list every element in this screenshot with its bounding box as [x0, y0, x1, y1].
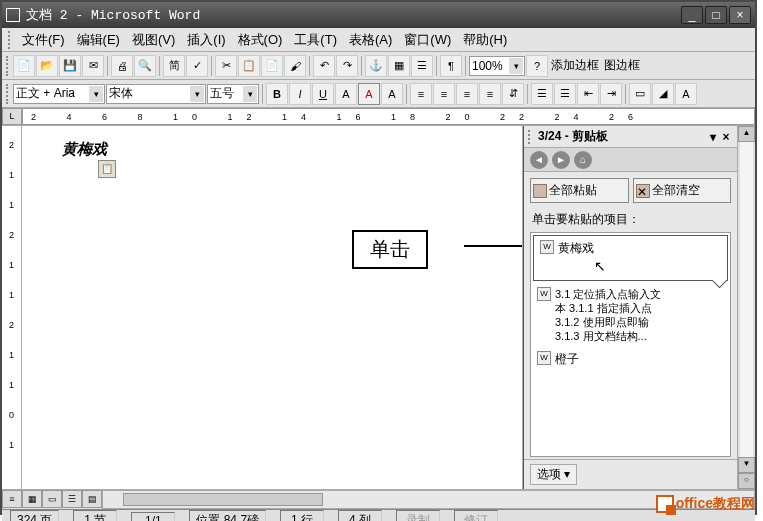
print-icon[interactable]: 🖨: [111, 55, 133, 77]
save-icon[interactable]: 💾: [59, 55, 81, 77]
size-combo[interactable]: 五号▾: [207, 84, 259, 104]
highlight-icon[interactable]: ◢: [652, 83, 674, 105]
menu-view[interactable]: 视图(V): [126, 29, 181, 51]
word-item-icon: W: [537, 287, 551, 301]
scroll-down-icon[interactable]: ▼: [738, 457, 755, 473]
image-border-button[interactable]: 图边框: [602, 57, 642, 74]
menu-table[interactable]: 表格(A): [343, 29, 398, 51]
taskpane-grip[interactable]: [528, 130, 534, 144]
close-button[interactable]: ×: [729, 6, 751, 24]
zoom-combo[interactable]: 100%▾: [469, 56, 525, 76]
char-a2-button[interactable]: A: [358, 83, 380, 105]
format-painter-icon[interactable]: 🖌: [284, 55, 306, 77]
align-center-icon[interactable]: ≡: [433, 83, 455, 105]
border-icon[interactable]: ▭: [629, 83, 651, 105]
mail-icon[interactable]: ✉: [82, 55, 104, 77]
clipboard-item-line: 3.1.2 使用即点即输: [555, 315, 661, 329]
bullet-list-icon[interactable]: ☰: [554, 83, 576, 105]
word-item-icon: W: [537, 351, 551, 365]
document-text[interactable]: 黄梅戏: [62, 140, 107, 159]
style-combo[interactable]: 正文 + Aria▾: [13, 84, 105, 104]
open-icon[interactable]: 📂: [36, 55, 58, 77]
menu-help[interactable]: 帮助(H): [457, 29, 513, 51]
table-icon[interactable]: ▦: [388, 55, 410, 77]
number-list-icon[interactable]: ☰: [531, 83, 553, 105]
char-a1-button[interactable]: A: [335, 83, 357, 105]
clear-all-icon: ✕: [636, 184, 650, 198]
italic-button[interactable]: I: [289, 83, 311, 105]
clipboard-item[interactable]: W 黄梅戏 ↖: [533, 235, 728, 281]
horizontal-ruler[interactable]: L 2 4 6 8 10 12 14 16 18 20 22 24 26: [2, 108, 755, 126]
cut-icon[interactable]: ✂: [215, 55, 237, 77]
status-section[interactable]: 1 节: [73, 510, 117, 521]
document-area[interactable]: 黄梅戏 📋 单击: [22, 126, 523, 489]
menu-file[interactable]: 文件(F): [16, 29, 71, 51]
bold-button[interactable]: B: [266, 83, 288, 105]
help-icon[interactable]: ?: [526, 55, 548, 77]
vertical-ruler[interactable]: 21121121101: [2, 126, 22, 489]
status-line[interactable]: 1 行: [280, 510, 324, 521]
status-column[interactable]: 4 列: [338, 510, 382, 521]
paste-icon[interactable]: 📄: [261, 55, 283, 77]
align-justify-icon[interactable]: ≡: [479, 83, 501, 105]
print-preview-icon[interactable]: 🔍: [134, 55, 156, 77]
scroll-track[interactable]: [740, 142, 753, 457]
underline-button[interactable]: U: [312, 83, 334, 105]
toolbar-handle[interactable]: [6, 84, 10, 104]
char-a3-button[interactable]: A: [381, 83, 403, 105]
columns-icon[interactable]: ☰: [411, 55, 433, 77]
vertical-scrollbar[interactable]: ▲ ▼ ○: [737, 126, 755, 489]
new-icon[interactable]: 📄: [13, 55, 35, 77]
minimize-button[interactable]: _: [681, 6, 703, 24]
clipboard-list: W 黄梅戏 ↖ W 3.1 定位插入点输入文 本 3.1.1 指定插入点 3.1…: [530, 232, 731, 457]
copy-icon[interactable]: 📋: [238, 55, 260, 77]
print-view-icon[interactable]: ▭: [42, 490, 62, 508]
scroll-up-icon[interactable]: ▲: [738, 126, 755, 142]
nav-forward-icon[interactable]: ►: [552, 151, 570, 169]
clear-all-button[interactable]: ✕全部清空: [633, 178, 732, 203]
hscroll-thumb[interactable]: [123, 493, 323, 506]
clipboard-item[interactable]: W 橙子: [531, 347, 730, 372]
status-page[interactable]: 324 页: [10, 510, 59, 521]
menu-insert[interactable]: 插入(I): [181, 29, 231, 51]
read-icon[interactable]: 简: [163, 55, 185, 77]
undo-icon[interactable]: ↶: [313, 55, 335, 77]
options-button[interactable]: 选项 ▾: [530, 464, 577, 485]
browse-object-icon[interactable]: ○: [738, 473, 755, 489]
toolbar-handle[interactable]: [6, 56, 10, 76]
status-revision[interactable]: 修订: [454, 510, 498, 521]
status-position[interactable]: 位置 84.7磅: [189, 510, 266, 521]
hyperlink-icon[interactable]: ⚓: [365, 55, 387, 77]
add-border-button[interactable]: 添加边框: [549, 57, 601, 74]
menu-tools[interactable]: 工具(T): [288, 29, 343, 51]
menu-edit[interactable]: 编辑(E): [71, 29, 126, 51]
font-color-icon[interactable]: A: [675, 83, 697, 105]
taskpane-menu-icon[interactable]: ▾: [707, 130, 719, 144]
normal-view-icon[interactable]: ≡: [2, 490, 22, 508]
paste-options-icon[interactable]: 📋: [98, 160, 116, 178]
menu-window[interactable]: 窗口(W): [398, 29, 457, 51]
ruler-ticks: 2 4 6 8 10 12 14 16 18 20 22 24 26: [22, 108, 755, 125]
drawing-icon[interactable]: ¶: [440, 55, 462, 77]
status-record[interactable]: 录制: [396, 510, 440, 521]
align-left-icon[interactable]: ≡: [410, 83, 432, 105]
taskpane-close-icon[interactable]: ×: [719, 130, 733, 144]
menu-handle[interactable]: [8, 31, 12, 49]
font-combo[interactable]: 宋体▾: [106, 84, 206, 104]
nav-back-icon[interactable]: ◄: [530, 151, 548, 169]
reading-view-icon[interactable]: ▤: [82, 490, 102, 508]
nav-home-icon[interactable]: ⌂: [574, 151, 592, 169]
spell-icon[interactable]: ✓: [186, 55, 208, 77]
menu-format[interactable]: 格式(O): [232, 29, 289, 51]
clipboard-item[interactable]: W 3.1 定位插入点输入文 本 3.1.1 指定插入点 3.1.2 使用即点即…: [531, 283, 730, 347]
status-pages[interactable]: 1/1: [131, 512, 175, 522]
web-view-icon[interactable]: ▦: [22, 490, 42, 508]
outdent-icon[interactable]: ⇤: [577, 83, 599, 105]
redo-icon[interactable]: ↷: [336, 55, 358, 77]
line-spacing-icon[interactable]: ⇵: [502, 83, 524, 105]
align-right-icon[interactable]: ≡: [456, 83, 478, 105]
indent-icon[interactable]: ⇥: [600, 83, 622, 105]
paste-all-button[interactable]: 全部粘贴: [530, 178, 629, 203]
outline-view-icon[interactable]: ☰: [62, 490, 82, 508]
maximize-button[interactable]: □: [705, 6, 727, 24]
